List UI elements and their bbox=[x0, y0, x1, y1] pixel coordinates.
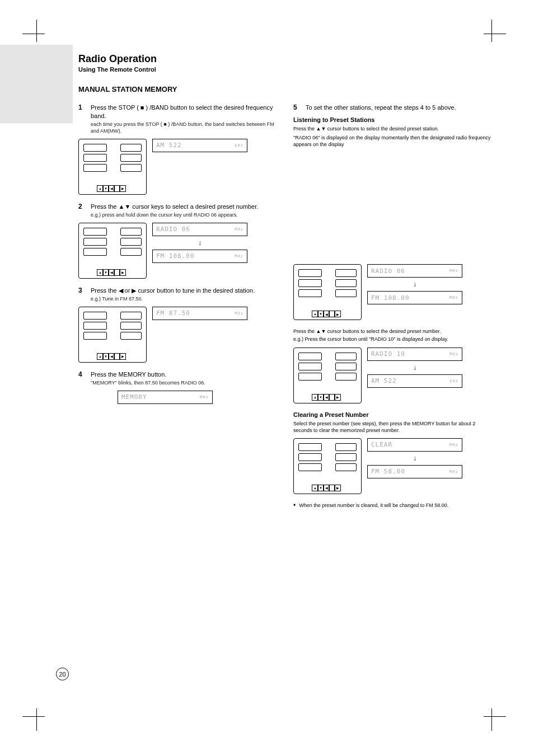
lcd-display: RADIO 06MHz bbox=[367, 264, 462, 278]
step-text: Press the STOP ( ■ ) /BAND button to sel… bbox=[91, 104, 278, 120]
step-number: 2 bbox=[78, 203, 86, 218]
bullet-icon: • bbox=[293, 502, 296, 509]
remote-diagram: ▲▼◀▶ bbox=[78, 223, 147, 279]
step-text: To set the other stations, repeat the st… bbox=[306, 104, 493, 112]
paragraph: Select the preset number (see steps), th… bbox=[293, 420, 493, 434]
step-number: 3 bbox=[78, 287, 86, 302]
remote-diagram: ▲▼◀▶ bbox=[293, 348, 362, 403]
paragraph: e.g.) Press the cursor button until "RAD… bbox=[293, 336, 493, 342]
lcd-display: RADIO 06MHz bbox=[152, 223, 247, 236]
remote-diagram: ▲▼◀▶ bbox=[293, 438, 362, 494]
paragraph: "RADIO 06" is displayed on the display m… bbox=[293, 134, 493, 148]
lcd-display: RADIO 10MHz bbox=[367, 348, 462, 361]
step-number: 4 bbox=[78, 370, 86, 386]
step-subtext: e.g.) press and hold down the cursor key… bbox=[91, 212, 278, 218]
lcd-display: CLEARMHz bbox=[367, 438, 462, 452]
remote-diagram: ▲▼◀▶ bbox=[293, 264, 362, 320]
step-number: 1 bbox=[78, 104, 86, 134]
step-text: Press the ▲▼ cursor keys to select a des… bbox=[91, 203, 278, 211]
part-header: MANUAL STATION MEMORY bbox=[78, 85, 493, 93]
step-subtext: "MEMORY" blinks, then 87.50 becomes RADI… bbox=[91, 379, 278, 386]
step-number: 5 bbox=[293, 104, 301, 112]
lcd-display: AM 522kHz bbox=[367, 374, 462, 388]
step-text: Press the MEMORY button. bbox=[91, 370, 278, 379]
paragraph: When the preset number is cleared, it wi… bbox=[299, 502, 448, 509]
step-text: Press the ◀ or ▶ cursor button to tune i… bbox=[91, 287, 278, 295]
subsection-title: Listening to Preset Stations bbox=[293, 116, 493, 123]
step-subtext: each time you press the STOP ( ■ ) /BAND… bbox=[91, 121, 278, 134]
down-arrow-icon: ↓ bbox=[367, 364, 462, 371]
lcd-display: FM 108.00MHz bbox=[152, 250, 247, 263]
sidebar-tab bbox=[0, 45, 73, 123]
lcd-display: MEMORYMHz bbox=[118, 391, 213, 404]
down-arrow-icon: ↓ bbox=[367, 455, 462, 462]
step-subtext: e.g.) Tune in FM 87.50. bbox=[91, 295, 278, 302]
left-column: 1 Press the STOP ( ■ ) /BAND button to s… bbox=[78, 104, 278, 509]
lcd-display: FM 87.50MHz bbox=[152, 307, 247, 320]
page-number: 20 bbox=[56, 668, 69, 680]
lcd-display: FM 108.00MHz bbox=[367, 291, 462, 304]
down-arrow-icon: ↓ bbox=[152, 240, 247, 246]
subtitle: Using The Remote Control bbox=[78, 66, 493, 73]
right-column: 5 To set the other stations, repeat the … bbox=[293, 104, 493, 509]
subsection-title: Clearing a Preset Number bbox=[293, 411, 493, 418]
section-title: Radio Operation bbox=[78, 53, 493, 65]
down-arrow-icon: ↓ bbox=[367, 281, 462, 288]
paragraph: Press the ▲▼ cursor buttons to select th… bbox=[293, 125, 493, 132]
paragraph: Press the ▲▼ cursor buttons to select th… bbox=[293, 328, 493, 335]
remote-diagram: ▲▼◀▶ bbox=[78, 139, 147, 195]
lcd-display: FM 58.00MHz bbox=[367, 465, 462, 478]
lcd-display: AM 522kHz bbox=[152, 139, 247, 152]
remote-diagram: ▲▼◀▶ bbox=[78, 307, 147, 363]
